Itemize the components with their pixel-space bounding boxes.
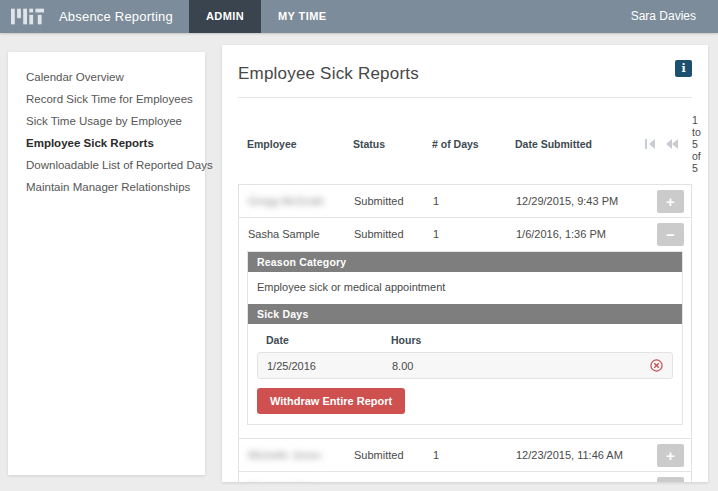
report-detail-panel: Reason Category Employee sick or medical… — [247, 251, 683, 425]
column-header-days: # of Days — [432, 138, 515, 150]
main-header: Employee Sick Reports i — [238, 59, 692, 98]
status-value: Submitted — [354, 195, 433, 207]
info-icon[interactable]: i — [675, 60, 692, 77]
top-nav: ADMIN MY TIME — [189, 0, 344, 33]
sidebar-item-sick-time-usage[interactable]: Sick Time Usage by Employee — [8, 110, 205, 132]
employee-name: Gregg McGrath — [248, 195, 354, 207]
sick-reports-table: Gregg McGrath Submitted 1 12/29/2015, 9:… — [238, 184, 692, 482]
date-submitted-value: 12/23/2015, 11:46 AM — [516, 449, 646, 461]
mit-logo-icon — [11, 7, 44, 33]
column-header-status: Status — [353, 138, 432, 150]
sick-days-section: Date Hours 1/25/2016 8.00 Withd — [248, 324, 682, 424]
sidebar-item-employee-sick-reports[interactable]: Employee Sick Reports — [8, 132, 205, 154]
user-name: Sara Davies — [631, 0, 718, 33]
table-row: Michelle Jones Submitted 1 12/23/2015, 1… — [239, 439, 691, 472]
reason-category-header: Reason Category — [248, 252, 682, 272]
expand-row-button[interactable]: + — [657, 444, 684, 467]
sidebar: Calendar Overview Record Sick Time for E… — [8, 52, 205, 475]
pagination-previous-icon[interactable] — [666, 139, 678, 149]
tab-admin[interactable]: ADMIN — [189, 0, 261, 33]
sick-days-header: Sick Days — [248, 304, 682, 324]
date-submitted-value: 1/6/2016, 1:36 PM — [516, 228, 646, 240]
expand-row-button[interactable]: + — [657, 190, 684, 213]
app-title: Absence Reporting — [59, 0, 173, 33]
sick-day-date: 1/25/2016 — [267, 360, 392, 372]
tab-my-time[interactable]: MY TIME — [261, 0, 343, 33]
delete-sick-day-icon[interactable] — [650, 359, 663, 372]
sick-day-hours: 8.00 — [392, 360, 645, 372]
days-value: 1 — [433, 449, 516, 461]
table-row: Manager One Submitted 1 12/23/2015, 2:05… — [239, 472, 691, 482]
sick-day-row: 1/25/2016 8.00 — [257, 352, 673, 379]
pagination-first-icon[interactable] — [645, 139, 656, 149]
column-header-employee: Employee — [247, 138, 353, 150]
status-value: Submitted — [354, 449, 433, 461]
status-value: Submitted — [354, 228, 433, 240]
main-panel: Employee Sick Reports i Employee Status … — [222, 45, 708, 482]
withdraw-entire-report-button[interactable]: Withdraw Entire Report — [257, 388, 405, 414]
days-value: 1 — [433, 228, 516, 240]
days-value: 1 — [433, 195, 516, 207]
table-header-row: Employee Status # of Days Date Submitted… — [238, 98, 692, 184]
sick-days-column-hours: Hours — [391, 334, 673, 346]
column-header-date-submitted: Date Submitted — [515, 138, 645, 150]
sidebar-item-calendar-overview[interactable]: Calendar Overview — [8, 66, 205, 88]
collapse-row-button[interactable]: − — [657, 223, 684, 246]
reason-category-value: Employee sick or medical appointment — [248, 272, 682, 304]
page-title: Employee Sick Reports — [238, 64, 419, 84]
pagination-label: 1 to 5 of 5 — [692, 114, 701, 174]
expand-row-button[interactable]: + — [657, 477, 684, 483]
date-submitted-value: 12/29/2015, 9:43 PM — [516, 195, 646, 207]
sidebar-item-record-sick-time[interactable]: Record Sick Time for Employees — [8, 88, 205, 110]
employee-name: Sasha Sample — [248, 228, 354, 240]
pagination: 1 to 5 of 5 — [645, 114, 708, 174]
top-bar: Absence Reporting ADMIN MY TIME Sara Dav… — [0, 0, 718, 33]
sidebar-item-maintain-manager-relationships[interactable]: Maintain Manager Relationships — [8, 176, 205, 198]
table-row-expanded: Sasha Sample Submitted 1 1/6/2016, 1:36 … — [239, 218, 691, 439]
employee-name: Michelle Jones — [248, 449, 354, 461]
table-row: Gregg McGrath Submitted 1 12/29/2015, 9:… — [239, 185, 691, 218]
sick-days-column-date: Date — [266, 334, 391, 346]
sidebar-item-downloadable-list[interactable]: Downloadable List of Reported Days — [8, 154, 205, 176]
